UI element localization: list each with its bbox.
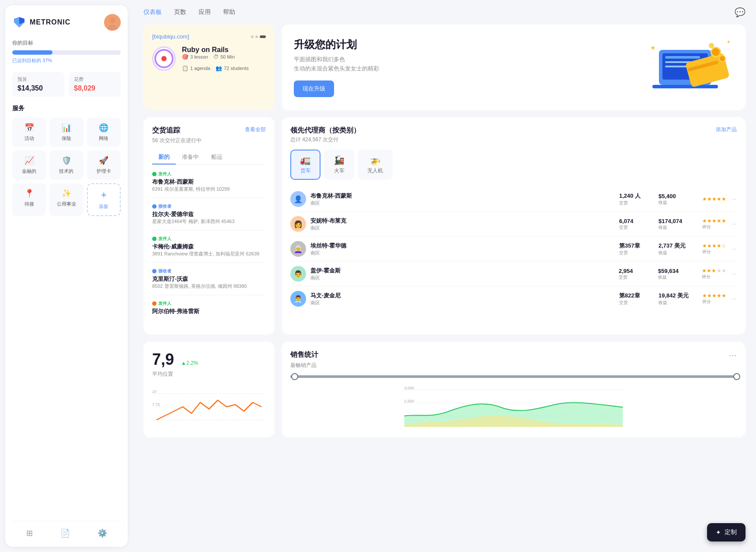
layers-icon[interactable]: ⊞ bbox=[26, 528, 33, 538]
stars-2: ★★★★★ bbox=[702, 218, 726, 224]
slider-thumb-right[interactable] bbox=[733, 373, 740, 380]
stats-trend: ▲2.2% bbox=[181, 360, 198, 366]
agent-earning-4: $59,634 收益 bbox=[658, 268, 697, 280]
delivery-entry-4: 接收者 克里斯汀-沃森 8502 普雷斯顿路, 英格尔伍德, 缅因州 98380 bbox=[152, 268, 266, 295]
row-3: 7,9 ▲2.2% 平均位置 10 7.75 bbox=[143, 342, 746, 437]
tab-shipping[interactable]: 船运 bbox=[205, 150, 229, 164]
service-item-baoxian[interactable]: 📊 保险 bbox=[49, 118, 83, 147]
customize-button[interactable]: ✦ 定制 bbox=[707, 523, 746, 542]
nav-apps[interactable]: 应用 bbox=[199, 8, 211, 16]
message-icon[interactable]: 💬 bbox=[735, 7, 746, 17]
sales-slider bbox=[290, 375, 737, 378]
delivery-entry-1: 发件人 布鲁克林-西蒙斯 6391 埃尔圣塞莱斯, 特拉华州 10299 bbox=[152, 171, 266, 198]
goal-section: 你的目标 已达到目标的 37% bbox=[12, 39, 121, 64]
upgrade-title: 升级您的计划 bbox=[294, 38, 379, 52]
avatar[interactable] bbox=[104, 14, 121, 31]
nav-dashboard[interactable]: 仪表板 bbox=[143, 8, 162, 16]
baoxian-label: 保险 bbox=[62, 135, 71, 142]
row-1: [biqubiqu.com] Ruby bbox=[143, 24, 746, 110]
upgrade-button[interactable]: 现在升级 bbox=[294, 80, 334, 97]
agent-zone-5: 南区 bbox=[310, 300, 615, 306]
stars-1: ★★★★★ bbox=[702, 196, 726, 202]
vehicle-tab-truck[interactable]: 🚛 货车 bbox=[290, 150, 321, 180]
agent-earning-5: 19,842 美元 收益 bbox=[658, 292, 698, 306]
sales-header: 销售统计 ⋯ bbox=[290, 350, 737, 360]
sales-subtitle: 最畅销产品 bbox=[290, 362, 737, 369]
agent-avatar-5: 👨‍💼 bbox=[290, 291, 306, 307]
rating-label-2: 评分 bbox=[702, 224, 726, 230]
agent-arrow-1[interactable]: → bbox=[731, 196, 737, 203]
file-icon[interactable]: 📄 bbox=[60, 528, 70, 538]
view-all-link[interactable]: 查看全部 bbox=[245, 126, 266, 133]
stat-label-5: 交货 bbox=[619, 300, 654, 306]
huodong-label: 活动 bbox=[24, 135, 34, 142]
tab-new[interactable]: 新的 bbox=[152, 150, 176, 164]
nav-help[interactable]: 帮助 bbox=[223, 8, 235, 16]
delivery-entry-3: 发件人 卡梅伦-威廉姆森 3891 Ranchview 理查森博士, 加利福尼亚… bbox=[152, 236, 266, 263]
svg-point-17 bbox=[709, 43, 714, 48]
service-item-jishu[interactable]: 🛡️ 技术的 bbox=[49, 150, 83, 180]
tab-preparing[interactable]: 准备中 bbox=[176, 150, 205, 164]
agent-name-5: 马文-麦金尼 bbox=[310, 292, 615, 300]
sales-title: 销售统计 bbox=[290, 350, 318, 360]
jishu-icon: 🛡️ bbox=[62, 156, 71, 165]
delivery-title: 交货追踪 bbox=[152, 126, 180, 135]
service-item-add[interactable]: + 添新 bbox=[87, 183, 121, 216]
earning-label-2: 收益 bbox=[658, 224, 698, 231]
dot-active bbox=[260, 35, 266, 38]
service-item-wangluo[interactable]: 🌐 网络 bbox=[87, 118, 121, 147]
earning-label-3: 收益 bbox=[658, 250, 698, 256]
service-item-jinrong[interactable]: 📈 金融的 bbox=[12, 150, 46, 180]
topnav: 仪表板 页数 应用 帮助 💬 bbox=[133, 0, 756, 24]
agent-arrow-4[interactable]: → bbox=[731, 270, 737, 277]
daijie-label: 待接 bbox=[24, 201, 34, 207]
entry-role-2: 接收者 bbox=[152, 203, 266, 210]
stat-label-4: 交货 bbox=[619, 274, 654, 280]
agent-avatar-2: 👩 bbox=[290, 216, 306, 232]
delivery-subtitle: 56 次交付正在进行中 bbox=[152, 137, 266, 144]
agent-earning-2: $174,074 收益 bbox=[658, 218, 698, 231]
agent-arrow-2[interactable]: → bbox=[731, 220, 737, 227]
sales-menu-icon[interactable]: ⋯ bbox=[729, 350, 737, 360]
dot-recv-2 bbox=[152, 204, 157, 209]
service-item-huodong[interactable]: 📅 活动 bbox=[12, 118, 46, 147]
entry-name-1: 布鲁克林-西蒙斯 bbox=[152, 178, 266, 186]
agent-title: 领先代理商（按类别） bbox=[290, 126, 360, 135]
agent-arrow-3[interactable]: → bbox=[731, 245, 737, 252]
goal-progress-text: 已达到目标的 37% bbox=[12, 57, 121, 64]
stat-label-2: 交货 bbox=[619, 224, 654, 231]
service-item-gongyong[interactable]: ✨ 公用事业 bbox=[49, 183, 83, 216]
entry-role-5: 发件人 bbox=[152, 300, 266, 307]
svg-point-4 bbox=[161, 56, 167, 61]
brand-name: METRONIC bbox=[30, 18, 70, 26]
vehicle-tab-drone[interactable]: 🚁 无人机 bbox=[358, 150, 393, 180]
rating-label-4: 评分 bbox=[702, 274, 726, 280]
nav-pages[interactable]: 页数 bbox=[174, 8, 186, 16]
agent-info-2: 安妮特-布莱克 南区 bbox=[310, 217, 615, 231]
train-icon: 🚂 bbox=[334, 155, 345, 165]
service-item-hulika[interactable]: 🚀 护理卡 bbox=[87, 150, 121, 180]
settings-icon[interactable]: ⚙️ bbox=[98, 528, 107, 538]
slider-thumb-left[interactable] bbox=[291, 373, 298, 380]
entry-role-3: 发件人 bbox=[152, 236, 266, 242]
agent-rating-2: ★★★★★ 评分 bbox=[702, 218, 726, 230]
service-item-daijie[interactable]: 📍 待接 bbox=[12, 183, 46, 216]
agent-arrow-5[interactable]: → bbox=[731, 295, 737, 302]
agent-info-5: 马文-麦金尼 南区 bbox=[310, 292, 615, 306]
vehicle-tab-train[interactable]: 🚂 火车 bbox=[324, 150, 354, 180]
slider-fill bbox=[290, 375, 737, 378]
customize-label: 定制 bbox=[725, 528, 737, 536]
stat-val-4: 2,954 bbox=[619, 268, 654, 274]
add-product-button[interactable]: 添加产品 bbox=[716, 126, 737, 133]
course-title: Ruby on Rails bbox=[182, 46, 266, 54]
hulika-label: 护理卡 bbox=[97, 168, 111, 175]
sales-chart: 3,000 2,500 bbox=[290, 383, 737, 427]
entry-name-5: 阿尔伯特-弗洛雷斯 bbox=[152, 307, 266, 315]
budget-row: 预算 $14,350 花费 $8,029 bbox=[12, 72, 121, 97]
logo: METRONIC bbox=[12, 15, 70, 29]
stats-card: 7,9 ▲2.2% 平均位置 10 7.75 bbox=[143, 342, 275, 437]
hulika-icon: 🚀 bbox=[99, 156, 108, 165]
earning-val-3: 2,737 美元 bbox=[658, 242, 698, 250]
agent-info-4: 盖伊-霍金斯 南区 bbox=[310, 267, 614, 281]
delivery-header: 交货追踪 查看全部 bbox=[152, 126, 266, 135]
